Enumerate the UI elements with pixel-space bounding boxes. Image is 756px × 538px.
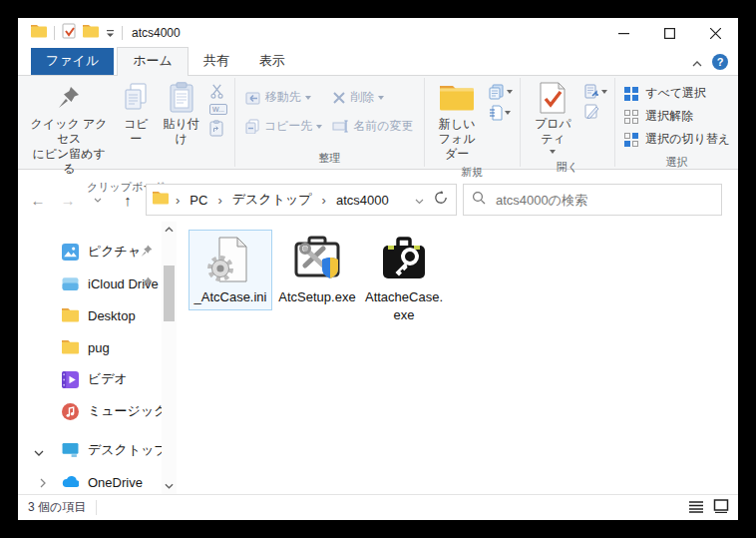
sidebar-item-desktop-folder[interactable]: Desktop — [18, 299, 177, 331]
tab-home[interactable]: ホーム — [117, 47, 189, 76]
address-bar[interactable]: › PC › デスクトップ › atcs4000 — [146, 184, 457, 216]
ribbon-group-clipboard: クイック アクセス にピン留めする コピー 貼り付け — [18, 76, 234, 169]
minimize-button[interactable] — [600, 18, 646, 48]
titlebar-separator — [122, 26, 123, 40]
ribbon-group-new: 新しい フォルダー 新規 — [425, 76, 520, 169]
file-item-atccase-ini[interactable]: _AtcCase.ini — [189, 230, 272, 310]
search-input[interactable] — [494, 192, 713, 209]
details-view-icon[interactable] — [688, 500, 704, 516]
item-count: 3 個の項目 — [28, 499, 86, 516]
delete-button[interactable]: 削除 — [332, 89, 413, 106]
file-list: _AtcCase.ini AtcSetup.exe AttacheCase.ex… — [177, 222, 738, 494]
titlebar: atcs4000 — [18, 18, 738, 48]
sidebar-item-onedrive[interactable]: OneDrive — [18, 466, 177, 498]
open-button[interactable] — [584, 84, 607, 99]
edit-icon — [584, 104, 599, 119]
close-button[interactable] — [692, 18, 738, 48]
chevron-right-icon[interactable] — [40, 476, 46, 491]
address-dropdown-chevron-icon[interactable] — [415, 191, 424, 209]
address-folder-icon — [153, 191, 169, 209]
pin-icon — [141, 245, 153, 261]
scissors-icon — [209, 84, 224, 99]
search-box[interactable] — [463, 184, 722, 216]
folder-icon — [62, 339, 79, 356]
dropdown-icon — [601, 90, 607, 97]
installer-file-icon — [293, 236, 341, 283]
pin-icon — [141, 276, 153, 292]
move-to-button[interactable]: 移動先 — [245, 89, 323, 106]
rename-button[interactable]: 名前の変更 — [332, 118, 413, 135]
content-area: ピクチャ iCloud Drive Desktop — [18, 222, 738, 494]
large-icons-view-icon[interactable] — [713, 499, 729, 516]
ini-file-icon — [206, 236, 254, 283]
paste-shortcut-icon — [209, 120, 223, 137]
file-name: _AtcCase.ini — [194, 288, 267, 306]
collapse-ribbon-icon[interactable] — [692, 53, 702, 71]
scroll-down-icon — [165, 483, 174, 489]
dropdown-icon — [305, 96, 311, 103]
copy-button[interactable]: コピー — [116, 79, 156, 149]
breadcrumb-segment-current[interactable]: atcs4000 — [333, 193, 392, 208]
select-all-button[interactable]: すべて選択 — [623, 85, 730, 102]
properties-button[interactable]: プロパティ — [525, 79, 581, 159]
status-separator — [96, 500, 97, 515]
new-shortcut-button[interactable] — [489, 105, 513, 121]
file-name: AttacheCase.exe — [364, 288, 444, 323]
chevron-down-icon[interactable] — [34, 444, 44, 459]
quick-access-toolbar — [18, 23, 123, 43]
properties-quick-icon[interactable] — [62, 23, 76, 43]
refresh-icon[interactable] — [434, 191, 448, 209]
dropdown-icon — [505, 111, 511, 118]
sidebar-item-desktop-root[interactable]: デスクトップ — [18, 434, 177, 466]
file-item-atcsetup-exe[interactable]: AtcSetup.exe — [275, 230, 359, 310]
ribbon-group-open: プロパティ 開く — [521, 76, 614, 169]
explorer-folder-icon — [31, 24, 47, 42]
music-icon — [62, 403, 79, 420]
sidebar-item-pug[interactable]: pug — [18, 331, 177, 363]
breadcrumb-chevron-icon: › — [215, 193, 223, 208]
scrollbar-thumb[interactable] — [164, 266, 175, 321]
cut-button[interactable] — [209, 84, 227, 99]
file-item-attachecase-exe[interactable]: AttacheCase.exe — [362, 230, 446, 327]
tab-view[interactable]: 表示 — [244, 48, 300, 75]
pin-to-quick-access-button[interactable]: クイック アクセス にピン留めする — [22, 79, 116, 179]
move-to-icon — [245, 91, 261, 105]
tab-share[interactable]: 共有 — [189, 48, 244, 75]
up-button[interactable]: ↑ — [116, 188, 140, 212]
delete-x-icon — [332, 91, 346, 105]
edit-button[interactable] — [584, 104, 607, 119]
copy-to-button[interactable]: コピー先 — [245, 118, 323, 135]
attachecase-file-icon — [380, 236, 428, 283]
invert-selection-icon — [623, 132, 639, 148]
sidebar-item-pictures[interactable]: ピクチャ — [18, 236, 177, 268]
copy-icon — [123, 81, 149, 115]
select-all-icon — [623, 86, 639, 102]
customize-qat-chevron-icon[interactable] — [106, 24, 115, 42]
clear-selection-button[interactable]: 選択解除 — [623, 108, 730, 125]
new-item-button[interactable] — [489, 84, 513, 100]
sidebar-scrollbar[interactable] — [162, 222, 177, 494]
new-folder-quick-icon[interactable] — [83, 24, 99, 42]
recent-locations-chevron-icon[interactable] — [86, 188, 110, 212]
breadcrumb-segment-pc[interactable]: PC — [187, 193, 210, 208]
file-name: AtcSetup.exe — [278, 288, 355, 306]
videos-icon — [62, 371, 79, 388]
paste-button[interactable]: 貼り付け — [157, 79, 206, 149]
forward-button[interactable]: → — [56, 188, 80, 212]
breadcrumb-segment-desktop[interactable]: デスクトップ — [229, 191, 315, 209]
window-title: atcs4000 — [132, 26, 181, 40]
sidebar-item-music[interactable]: ミュージック — [18, 395, 177, 427]
invert-selection-button[interactable]: 選択の切り替え — [623, 131, 730, 148]
desktop-icon — [62, 442, 79, 459]
sidebar-item-videos[interactable]: ビデオ — [18, 363, 177, 395]
new-folder-button[interactable]: 新しい フォルダー — [429, 79, 486, 164]
maximize-button[interactable] — [646, 18, 692, 48]
explorer-window: atcs4000 ファイル ホーム 共有 表示 ? — [18, 18, 738, 520]
tab-file[interactable]: ファイル — [31, 48, 114, 75]
copy-path-button[interactable]: W... — [209, 104, 227, 115]
help-icon[interactable]: ? — [712, 54, 728, 70]
sidebar-item-icloud-drive[interactable]: iCloud Drive — [18, 268, 177, 299]
ribbon-tabs: ファイル ホーム 共有 表示 ? — [18, 48, 738, 75]
back-button[interactable]: ← — [26, 188, 50, 212]
paste-shortcut-button[interactable] — [209, 120, 227, 137]
